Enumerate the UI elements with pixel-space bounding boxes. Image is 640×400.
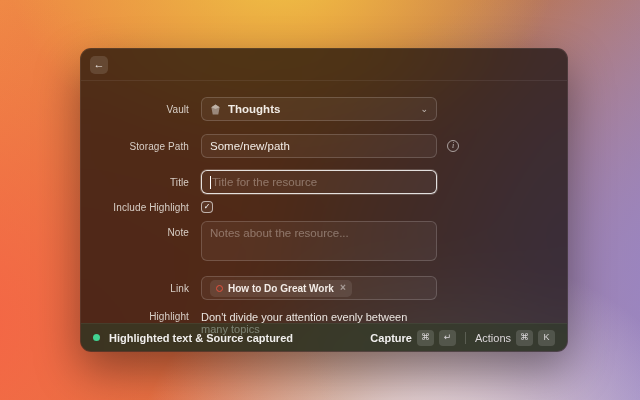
k-key-icon: K: [538, 330, 555, 346]
checkmark-icon: ✓: [204, 203, 211, 211]
title-row: Title Title for the resource: [81, 170, 567, 194]
include-highlight-label: Include Highlight: [81, 202, 189, 213]
note-label: Note: [81, 221, 189, 238]
link-input[interactable]: How to Do Great Work ×: [201, 276, 437, 300]
link-chip[interactable]: How to Do Great Work ×: [210, 280, 352, 297]
cmd-key-icon: ⌘: [516, 330, 533, 346]
link-row: Link How to Do Great Work ×: [81, 276, 567, 300]
link-label: Link: [81, 283, 189, 294]
note-textarea[interactable]: Notes about the resource...: [201, 221, 437, 261]
note-placeholder: Notes about the resource...: [210, 227, 349, 239]
chip-remove-icon[interactable]: ×: [340, 283, 346, 293]
vault-label: Vault: [81, 104, 189, 115]
storage-path-value: Some/new/path: [210, 140, 290, 152]
title-label: Title: [81, 177, 189, 188]
desktop-background: { "icons": { "back": "←", "chevron_down"…: [0, 0, 640, 400]
statusbar-divider: [465, 332, 466, 344]
vault-row: Vault Thoughts ⌄: [81, 97, 567, 121]
highlight-label: Highlight: [81, 311, 189, 322]
note-row: Note Notes about the resource...: [81, 221, 567, 261]
status-dot-icon: [93, 334, 100, 341]
capture-label: Capture: [370, 332, 412, 344]
chevron-down-icon: ⌄: [420, 105, 428, 114]
status-bar: Highlighted text & Source captured Captu…: [81, 323, 567, 351]
vault-select[interactable]: Thoughts ⌄: [201, 97, 437, 121]
link-chip-text: How to Do Great Work: [228, 283, 334, 294]
actions-action[interactable]: Actions ⌘ K: [475, 330, 555, 346]
window-header: ←: [81, 49, 567, 81]
vault-selected-value: Thoughts: [228, 103, 280, 115]
title-placeholder: Title for the resource: [212, 176, 317, 188]
back-button[interactable]: ←: [90, 56, 108, 74]
actions-label: Actions: [475, 332, 511, 344]
capture-form: Vault Thoughts ⌄ Storage Path Some/new/p…: [81, 81, 567, 335]
back-arrow-icon: ←: [94, 59, 105, 70]
storage-path-row: Storage Path Some/new/path i: [81, 134, 567, 158]
capture-action[interactable]: Capture ⌘ ↵: [370, 330, 456, 346]
include-highlight-row: Include Highlight ✓: [81, 201, 567, 213]
cmd-key-icon: ⌘: [417, 330, 434, 346]
title-input[interactable]: Title for the resource: [201, 170, 437, 194]
text-caret: [210, 176, 211, 189]
statusbar-actions: Capture ⌘ ↵ Actions ⌘ K: [370, 330, 555, 346]
info-icon[interactable]: i: [447, 140, 459, 152]
capture-window: ← Vault Thoughts ⌄ Storage Path Some/new…: [80, 48, 568, 352]
storage-path-label: Storage Path: [81, 141, 189, 152]
status-message: Highlighted text & Source captured: [109, 332, 293, 344]
include-highlight-checkbox[interactable]: ✓: [201, 201, 213, 213]
enter-key-icon: ↵: [439, 330, 456, 346]
storage-path-input[interactable]: Some/new/path: [201, 134, 437, 158]
vault-gem-icon: [210, 104, 221, 115]
link-favicon-icon: [216, 285, 223, 292]
